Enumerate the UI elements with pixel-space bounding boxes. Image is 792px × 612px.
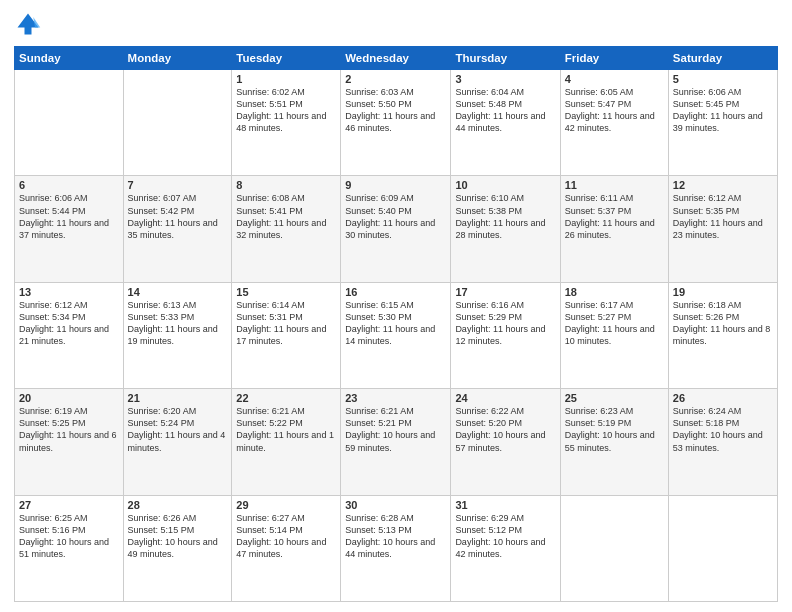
day-number: 22 xyxy=(236,392,336,404)
day-info: Sunrise: 6:04 AM Sunset: 5:48 PM Dayligh… xyxy=(455,86,555,135)
day-info: Sunrise: 6:14 AM Sunset: 5:31 PM Dayligh… xyxy=(236,299,336,348)
day-number: 18 xyxy=(565,286,664,298)
calendar-cell: 25Sunrise: 6:23 AM Sunset: 5:19 PM Dayli… xyxy=(560,389,668,495)
calendar-cell: 27Sunrise: 6:25 AM Sunset: 5:16 PM Dayli… xyxy=(15,495,124,601)
calendar-cell: 13Sunrise: 6:12 AM Sunset: 5:34 PM Dayli… xyxy=(15,282,124,388)
calendar-cell xyxy=(15,70,124,176)
calendar-week-5: 27Sunrise: 6:25 AM Sunset: 5:16 PM Dayli… xyxy=(15,495,778,601)
day-number: 8 xyxy=(236,179,336,191)
day-number: 6 xyxy=(19,179,119,191)
calendar-cell: 2Sunrise: 6:03 AM Sunset: 5:50 PM Daylig… xyxy=(341,70,451,176)
calendar-cell: 23Sunrise: 6:21 AM Sunset: 5:21 PM Dayli… xyxy=(341,389,451,495)
day-info: Sunrise: 6:08 AM Sunset: 5:41 PM Dayligh… xyxy=(236,192,336,241)
calendar-cell: 6Sunrise: 6:06 AM Sunset: 5:44 PM Daylig… xyxy=(15,176,124,282)
day-number: 4 xyxy=(565,73,664,85)
day-info: Sunrise: 6:02 AM Sunset: 5:51 PM Dayligh… xyxy=(236,86,336,135)
calendar-week-1: 1Sunrise: 6:02 AM Sunset: 5:51 PM Daylig… xyxy=(15,70,778,176)
day-number: 3 xyxy=(455,73,555,85)
day-info: Sunrise: 6:19 AM Sunset: 5:25 PM Dayligh… xyxy=(19,405,119,454)
day-number: 26 xyxy=(673,392,773,404)
day-number: 5 xyxy=(673,73,773,85)
day-number: 17 xyxy=(455,286,555,298)
day-info: Sunrise: 6:10 AM Sunset: 5:38 PM Dayligh… xyxy=(455,192,555,241)
day-info: Sunrise: 6:21 AM Sunset: 5:21 PM Dayligh… xyxy=(345,405,446,454)
day-number: 7 xyxy=(128,179,228,191)
logo xyxy=(14,10,46,38)
day-number: 21 xyxy=(128,392,228,404)
calendar-header-wednesday: Wednesday xyxy=(341,47,451,70)
calendar-cell: 12Sunrise: 6:12 AM Sunset: 5:35 PM Dayli… xyxy=(668,176,777,282)
calendar-cell: 5Sunrise: 6:06 AM Sunset: 5:45 PM Daylig… xyxy=(668,70,777,176)
calendar-header-friday: Friday xyxy=(560,47,668,70)
day-info: Sunrise: 6:23 AM Sunset: 5:19 PM Dayligh… xyxy=(565,405,664,454)
day-info: Sunrise: 6:20 AM Sunset: 5:24 PM Dayligh… xyxy=(128,405,228,454)
calendar-cell: 24Sunrise: 6:22 AM Sunset: 5:20 PM Dayli… xyxy=(451,389,560,495)
day-info: Sunrise: 6:05 AM Sunset: 5:47 PM Dayligh… xyxy=(565,86,664,135)
day-info: Sunrise: 6:11 AM Sunset: 5:37 PM Dayligh… xyxy=(565,192,664,241)
day-info: Sunrise: 6:15 AM Sunset: 5:30 PM Dayligh… xyxy=(345,299,446,348)
day-number: 10 xyxy=(455,179,555,191)
calendar-cell xyxy=(123,70,232,176)
calendar-cell: 14Sunrise: 6:13 AM Sunset: 5:33 PM Dayli… xyxy=(123,282,232,388)
day-info: Sunrise: 6:28 AM Sunset: 5:13 PM Dayligh… xyxy=(345,512,446,561)
day-info: Sunrise: 6:26 AM Sunset: 5:15 PM Dayligh… xyxy=(128,512,228,561)
calendar-cell: 29Sunrise: 6:27 AM Sunset: 5:14 PM Dayli… xyxy=(232,495,341,601)
day-info: Sunrise: 6:13 AM Sunset: 5:33 PM Dayligh… xyxy=(128,299,228,348)
day-number: 29 xyxy=(236,499,336,511)
day-info: Sunrise: 6:16 AM Sunset: 5:29 PM Dayligh… xyxy=(455,299,555,348)
calendar-header-row: SundayMondayTuesdayWednesdayThursdayFrid… xyxy=(15,47,778,70)
day-number: 9 xyxy=(345,179,446,191)
day-number: 19 xyxy=(673,286,773,298)
calendar-header-sunday: Sunday xyxy=(15,47,124,70)
day-number: 12 xyxy=(673,179,773,191)
calendar-week-3: 13Sunrise: 6:12 AM Sunset: 5:34 PM Dayli… xyxy=(15,282,778,388)
calendar-week-2: 6Sunrise: 6:06 AM Sunset: 5:44 PM Daylig… xyxy=(15,176,778,282)
day-info: Sunrise: 6:29 AM Sunset: 5:12 PM Dayligh… xyxy=(455,512,555,561)
day-number: 25 xyxy=(565,392,664,404)
calendar-cell xyxy=(560,495,668,601)
calendar-cell: 9Sunrise: 6:09 AM Sunset: 5:40 PM Daylig… xyxy=(341,176,451,282)
calendar-cell: 3Sunrise: 6:04 AM Sunset: 5:48 PM Daylig… xyxy=(451,70,560,176)
day-info: Sunrise: 6:09 AM Sunset: 5:40 PM Dayligh… xyxy=(345,192,446,241)
day-number: 24 xyxy=(455,392,555,404)
day-number: 28 xyxy=(128,499,228,511)
day-number: 14 xyxy=(128,286,228,298)
calendar-header-monday: Monday xyxy=(123,47,232,70)
calendar-cell: 19Sunrise: 6:18 AM Sunset: 5:26 PM Dayli… xyxy=(668,282,777,388)
day-info: Sunrise: 6:06 AM Sunset: 5:45 PM Dayligh… xyxy=(673,86,773,135)
day-info: Sunrise: 6:03 AM Sunset: 5:50 PM Dayligh… xyxy=(345,86,446,135)
day-number: 16 xyxy=(345,286,446,298)
day-info: Sunrise: 6:07 AM Sunset: 5:42 PM Dayligh… xyxy=(128,192,228,241)
calendar-cell: 4Sunrise: 6:05 AM Sunset: 5:47 PM Daylig… xyxy=(560,70,668,176)
calendar-cell: 26Sunrise: 6:24 AM Sunset: 5:18 PM Dayli… xyxy=(668,389,777,495)
calendar-header-thursday: Thursday xyxy=(451,47,560,70)
calendar-cell: 16Sunrise: 6:15 AM Sunset: 5:30 PM Dayli… xyxy=(341,282,451,388)
day-number: 23 xyxy=(345,392,446,404)
day-number: 1 xyxy=(236,73,336,85)
calendar-cell: 10Sunrise: 6:10 AM Sunset: 5:38 PM Dayli… xyxy=(451,176,560,282)
day-number: 30 xyxy=(345,499,446,511)
day-number: 15 xyxy=(236,286,336,298)
calendar-cell: 22Sunrise: 6:21 AM Sunset: 5:22 PM Dayli… xyxy=(232,389,341,495)
day-info: Sunrise: 6:12 AM Sunset: 5:34 PM Dayligh… xyxy=(19,299,119,348)
calendar-header-tuesday: Tuesday xyxy=(232,47,341,70)
day-number: 27 xyxy=(19,499,119,511)
day-number: 11 xyxy=(565,179,664,191)
day-number: 31 xyxy=(455,499,555,511)
day-number: 2 xyxy=(345,73,446,85)
calendar-cell: 21Sunrise: 6:20 AM Sunset: 5:24 PM Dayli… xyxy=(123,389,232,495)
day-info: Sunrise: 6:12 AM Sunset: 5:35 PM Dayligh… xyxy=(673,192,773,241)
day-info: Sunrise: 6:18 AM Sunset: 5:26 PM Dayligh… xyxy=(673,299,773,348)
calendar-cell xyxy=(668,495,777,601)
day-info: Sunrise: 6:06 AM Sunset: 5:44 PM Dayligh… xyxy=(19,192,119,241)
calendar-cell: 31Sunrise: 6:29 AM Sunset: 5:12 PM Dayli… xyxy=(451,495,560,601)
day-info: Sunrise: 6:24 AM Sunset: 5:18 PM Dayligh… xyxy=(673,405,773,454)
day-info: Sunrise: 6:22 AM Sunset: 5:20 PM Dayligh… xyxy=(455,405,555,454)
day-info: Sunrise: 6:27 AM Sunset: 5:14 PM Dayligh… xyxy=(236,512,336,561)
day-number: 13 xyxy=(19,286,119,298)
day-info: Sunrise: 6:21 AM Sunset: 5:22 PM Dayligh… xyxy=(236,405,336,454)
calendar-cell: 8Sunrise: 6:08 AM Sunset: 5:41 PM Daylig… xyxy=(232,176,341,282)
day-info: Sunrise: 6:25 AM Sunset: 5:16 PM Dayligh… xyxy=(19,512,119,561)
calendar-cell: 17Sunrise: 6:16 AM Sunset: 5:29 PM Dayli… xyxy=(451,282,560,388)
calendar-cell: 15Sunrise: 6:14 AM Sunset: 5:31 PM Dayli… xyxy=(232,282,341,388)
